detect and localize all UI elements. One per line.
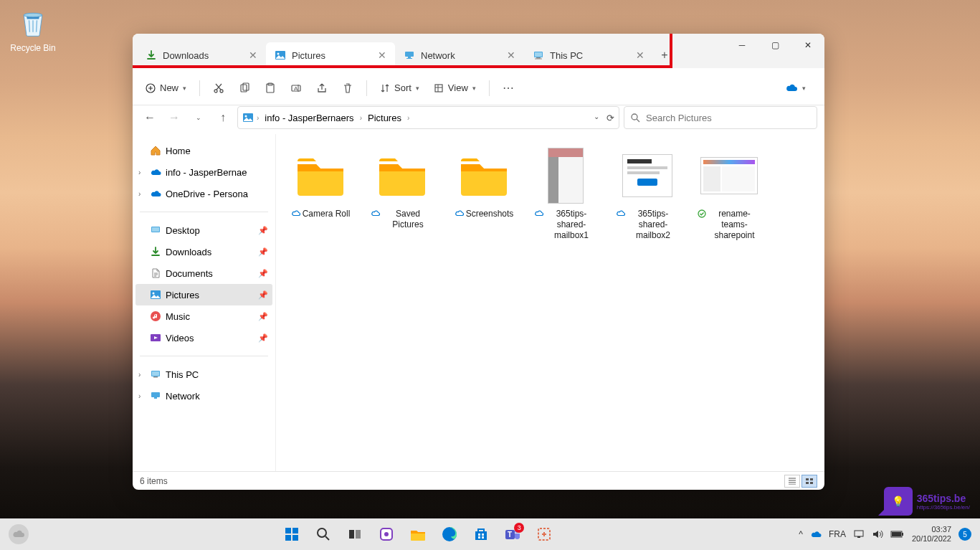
chevron-right-icon[interactable]: › bbox=[138, 190, 141, 198]
svg-point-11 bbox=[214, 90, 217, 93]
taskbar-snip[interactable] bbox=[530, 520, 558, 549]
chevron-right-icon[interactable]: › bbox=[138, 392, 141, 400]
file-item[interactable]: Camera Roll bbox=[286, 144, 355, 244]
search-button[interactable] bbox=[309, 520, 338, 549]
svg-rect-60 bbox=[902, 533, 903, 536]
chevron-right-icon[interactable]: › bbox=[138, 371, 141, 379]
network-tray-icon[interactable] bbox=[853, 529, 865, 539]
close-window-button[interactable]: ✕ bbox=[791, 34, 824, 57]
svg-rect-24 bbox=[152, 227, 159, 232]
tab-pictures[interactable]: Pictures ✕ bbox=[266, 42, 395, 68]
volume-tray-icon[interactable] bbox=[872, 529, 883, 539]
sidebar-item-downloads[interactable]: Downloads 📌 bbox=[135, 241, 272, 262]
svg-rect-7 bbox=[535, 52, 542, 57]
tab-thispc[interactable]: This PC ✕ bbox=[524, 42, 653, 68]
minimize-button[interactable]: ─ bbox=[726, 34, 758, 57]
start-button[interactable] bbox=[277, 520, 306, 549]
sidebar-item-pictures[interactable]: Pictures 📌 bbox=[135, 284, 272, 305]
taskbar-teams[interactable]: T3 bbox=[498, 520, 527, 549]
task-view-button[interactable] bbox=[341, 520, 369, 549]
language-indicator[interactable]: FRA bbox=[829, 529, 846, 539]
pin-icon: 📌 bbox=[258, 290, 268, 300]
forward-button[interactable]: → bbox=[164, 108, 184, 128]
breadcrumb-separator: › bbox=[360, 114, 362, 122]
details-view-button[interactable] bbox=[784, 475, 800, 488]
new-tab-button[interactable]: + bbox=[653, 42, 676, 68]
sidebar-item-onedrive-business[interactable]: › info - JasperBernae bbox=[135, 161, 272, 183]
battery-tray-icon[interactable] bbox=[890, 530, 905, 539]
documents-icon bbox=[150, 267, 161, 279]
sidebar-item-network[interactable]: › Network bbox=[135, 385, 272, 407]
search-input[interactable] bbox=[646, 113, 811, 123]
rename-button[interactable]: A bbox=[285, 77, 308, 100]
file-name: Saved Pictures bbox=[382, 209, 434, 230]
file-item[interactable]: rename-teams-sharepoint bbox=[695, 144, 763, 244]
weather-widget[interactable] bbox=[9, 524, 29, 544]
view-button[interactable]: View ▾ bbox=[428, 77, 482, 100]
cloud-icon bbox=[785, 83, 798, 93]
share-button[interactable] bbox=[310, 77, 333, 100]
tray-overflow-button[interactable]: ^ bbox=[799, 529, 803, 539]
breadcrumb-item[interactable]: Pictures bbox=[365, 111, 404, 125]
breadcrumb-separator: › bbox=[407, 114, 409, 122]
file-list[interactable]: Camera RollSaved PicturesScreenshots365t… bbox=[276, 134, 824, 471]
recent-locations-button[interactable]: ⌄ bbox=[189, 108, 209, 128]
close-icon[interactable]: ✕ bbox=[247, 49, 259, 61]
taskbar-edge[interactable] bbox=[435, 520, 464, 549]
tab-network[interactable]: Network ✕ bbox=[395, 42, 524, 68]
back-button[interactable]: ← bbox=[140, 108, 160, 128]
sidebar-item-music[interactable]: Music 📌 bbox=[135, 305, 272, 327]
clock[interactable]: 03:37 20/10/2022 bbox=[912, 525, 951, 544]
sidebar-item-documents[interactable]: Documents 📌 bbox=[135, 262, 272, 284]
refresh-button[interactable]: ⟳ bbox=[606, 113, 614, 123]
file-item[interactable]: 365tips-shared-mailbox2 bbox=[613, 144, 682, 244]
svg-point-2 bbox=[277, 53, 280, 55]
up-button[interactable]: ↑ bbox=[213, 108, 233, 128]
svg-rect-41 bbox=[285, 535, 291, 541]
sidebar-item-desktop[interactable]: Desktop 📌 bbox=[135, 219, 272, 241]
file-item[interactable]: Saved Pictures bbox=[368, 144, 437, 244]
close-icon[interactable]: ✕ bbox=[376, 49, 388, 61]
file-item[interactable]: Screenshots bbox=[449, 144, 518, 244]
desktop-recycle-bin[interactable]: Recycle Bin bbox=[6, 6, 60, 53]
breadcrumb-item[interactable]: info - JasperBernaers bbox=[262, 111, 356, 125]
paste-button[interactable] bbox=[259, 77, 282, 100]
taskbar-explorer[interactable] bbox=[404, 520, 432, 549]
notification-count[interactable]: 5 bbox=[958, 528, 971, 541]
tab-downloads[interactable]: Downloads ✕ bbox=[137, 42, 266, 68]
search-box[interactable] bbox=[624, 106, 817, 129]
taskbar-store[interactable] bbox=[467, 520, 495, 549]
icons-view-button[interactable] bbox=[801, 475, 817, 488]
copy-button[interactable] bbox=[233, 77, 256, 100]
new-button[interactable]: New ▾ bbox=[140, 77, 192, 100]
onedrive-status-button[interactable]: ▾ bbox=[779, 77, 812, 100]
address-bar[interactable]: › info - JasperBernaers › Pictures › ⌄ ⟳ bbox=[237, 106, 619, 129]
svg-point-43 bbox=[318, 528, 326, 537]
close-icon[interactable]: ✕ bbox=[634, 49, 646, 61]
svg-rect-44 bbox=[349, 530, 354, 539]
plus-icon bbox=[146, 83, 156, 93]
sidebar-item-videos[interactable]: Videos 📌 bbox=[135, 327, 272, 349]
sidebar-item-thispc[interactable]: › This PC bbox=[135, 364, 272, 385]
sidebar-item-onedrive-personal[interactable]: › OneDrive - Persona bbox=[135, 183, 272, 204]
svg-point-34 bbox=[698, 210, 705, 217]
chevron-right-icon[interactable]: › bbox=[138, 169, 141, 176]
widgets-button[interactable] bbox=[372, 520, 401, 549]
delete-button[interactable] bbox=[336, 77, 359, 100]
svg-rect-37 bbox=[806, 482, 809, 484]
address-dropdown-button[interactable]: ⌄ bbox=[594, 113, 599, 123]
file-item[interactable]: 365tips-shared-mailbox1 bbox=[531, 144, 600, 244]
pictures-icon bbox=[150, 289, 161, 300]
cut-button[interactable] bbox=[207, 77, 230, 100]
svg-rect-30 bbox=[152, 371, 159, 376]
system-tray: ^ FRA 03:37 20/10/2022 5 bbox=[799, 525, 971, 544]
close-icon[interactable]: ✕ bbox=[505, 49, 517, 61]
more-button[interactable]: ⋯ bbox=[497, 77, 520, 100]
sync-cloud-icon bbox=[534, 209, 543, 217]
sidebar-item-home[interactable]: Home bbox=[135, 140, 272, 161]
onedrive-tray-icon[interactable] bbox=[810, 530, 822, 539]
svg-rect-4 bbox=[408, 57, 411, 58]
sort-button[interactable]: Sort ▾ bbox=[374, 77, 425, 100]
svg-rect-3 bbox=[405, 52, 414, 57]
maximize-button[interactable]: ▢ bbox=[758, 34, 791, 57]
